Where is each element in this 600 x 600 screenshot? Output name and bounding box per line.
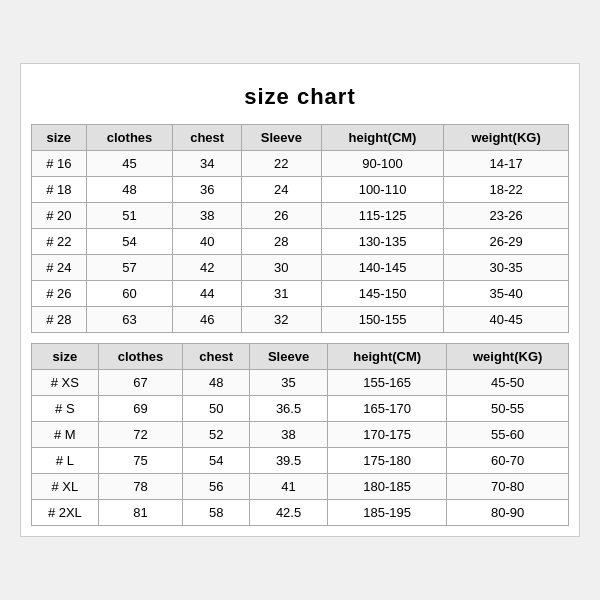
column-header: weight(KG): [444, 125, 569, 151]
table-row: # XS674835155-16545-50: [32, 370, 569, 396]
table-cell: 48: [183, 370, 250, 396]
column-header: height(CM): [328, 344, 447, 370]
table-cell: 90-100: [321, 151, 443, 177]
table-cell: 42: [173, 255, 241, 281]
table-cell: # L: [32, 448, 99, 474]
table-cell: 45-50: [447, 370, 569, 396]
column-header: height(CM): [321, 125, 443, 151]
table-row: # 28634632150-15540-45: [32, 307, 569, 333]
table1-header: sizeclotheschestSleeveheight(CM)weight(K…: [32, 125, 569, 151]
table-cell: 22: [241, 151, 321, 177]
table-cell: 180-185: [328, 474, 447, 500]
table-cell: 57: [86, 255, 173, 281]
table-cell: 100-110: [321, 177, 443, 203]
size-table-2: sizeclotheschestSleeveheight(CM)weight(K…: [31, 343, 569, 526]
table-row: # 24574230140-14530-35: [32, 255, 569, 281]
table-cell: 28: [241, 229, 321, 255]
table-row: # 2XL815842.5185-19580-90: [32, 500, 569, 526]
table-cell: 24: [241, 177, 321, 203]
table-cell: # 28: [32, 307, 87, 333]
table-cell: 54: [86, 229, 173, 255]
table-cell: 175-180: [328, 448, 447, 474]
table-cell: # S: [32, 396, 99, 422]
table-cell: 115-125: [321, 203, 443, 229]
table-cell: 170-175: [328, 422, 447, 448]
table-cell: 130-135: [321, 229, 443, 255]
table-cell: 18-22: [444, 177, 569, 203]
table-cell: 39.5: [250, 448, 328, 474]
table-cell: 69: [98, 396, 183, 422]
table-cell: # 18: [32, 177, 87, 203]
table-cell: # 24: [32, 255, 87, 281]
table-cell: 54: [183, 448, 250, 474]
table-cell: # 2XL: [32, 500, 99, 526]
table-row: # XL785641180-18570-80: [32, 474, 569, 500]
table-cell: 35: [250, 370, 328, 396]
table-cell: 72: [98, 422, 183, 448]
table-cell: 32: [241, 307, 321, 333]
chart-title: size chart: [31, 74, 569, 124]
column-header: chest: [173, 125, 241, 151]
table-cell: 46: [173, 307, 241, 333]
table-cell: 50-55: [447, 396, 569, 422]
size-table-1: sizeclotheschestSleeveheight(CM)weight(K…: [31, 124, 569, 333]
table-cell: 55-60: [447, 422, 569, 448]
table-cell: 165-170: [328, 396, 447, 422]
table-cell: 42.5: [250, 500, 328, 526]
column-header: clothes: [98, 344, 183, 370]
column-header: clothes: [86, 125, 173, 151]
table-cell: 31: [241, 281, 321, 307]
table-cell: 51: [86, 203, 173, 229]
table-cell: 36: [173, 177, 241, 203]
table-cell: 40-45: [444, 307, 569, 333]
table-cell: # 26: [32, 281, 87, 307]
table-cell: 26: [241, 203, 321, 229]
table-cell: 75: [98, 448, 183, 474]
section-divider: [31, 333, 569, 343]
table-cell: 150-155: [321, 307, 443, 333]
column-header: size: [32, 344, 99, 370]
table-cell: 26-29: [444, 229, 569, 255]
table-cell: 45: [86, 151, 173, 177]
table-cell: 185-195: [328, 500, 447, 526]
table-row: # 1645342290-10014-17: [32, 151, 569, 177]
table-cell: 48: [86, 177, 173, 203]
table-row: # 18483624100-11018-22: [32, 177, 569, 203]
table-cell: # 22: [32, 229, 87, 255]
table-cell: 30-35: [444, 255, 569, 281]
table-cell: 52: [183, 422, 250, 448]
table-cell: 60-70: [447, 448, 569, 474]
table-cell: # M: [32, 422, 99, 448]
table-cell: 23-26: [444, 203, 569, 229]
table-cell: 140-145: [321, 255, 443, 281]
column-header: Sleeve: [250, 344, 328, 370]
table-cell: 145-150: [321, 281, 443, 307]
column-header: Sleeve: [241, 125, 321, 151]
table-cell: 70-80: [447, 474, 569, 500]
table-cell: 30: [241, 255, 321, 281]
table-row: # 26604431145-15035-40: [32, 281, 569, 307]
table-cell: 44: [173, 281, 241, 307]
table-cell: 81: [98, 500, 183, 526]
table-cell: 14-17: [444, 151, 569, 177]
table-row: # L755439.5175-18060-70: [32, 448, 569, 474]
table-cell: # 16: [32, 151, 87, 177]
table-cell: 78: [98, 474, 183, 500]
table-cell: # XS: [32, 370, 99, 396]
table-row: # S695036.5165-17050-55: [32, 396, 569, 422]
table-cell: 38: [173, 203, 241, 229]
table-cell: 67: [98, 370, 183, 396]
table-cell: 36.5: [250, 396, 328, 422]
table-cell: 40: [173, 229, 241, 255]
table-cell: 155-165: [328, 370, 447, 396]
table-cell: 50: [183, 396, 250, 422]
table-cell: 58: [183, 500, 250, 526]
table-cell: 35-40: [444, 281, 569, 307]
table-cell: 38: [250, 422, 328, 448]
column-header: size: [32, 125, 87, 151]
table-cell: 63: [86, 307, 173, 333]
table-cell: # XL: [32, 474, 99, 500]
table-cell: 80-90: [447, 500, 569, 526]
table-row: # 20513826115-12523-26: [32, 203, 569, 229]
table-cell: 56: [183, 474, 250, 500]
